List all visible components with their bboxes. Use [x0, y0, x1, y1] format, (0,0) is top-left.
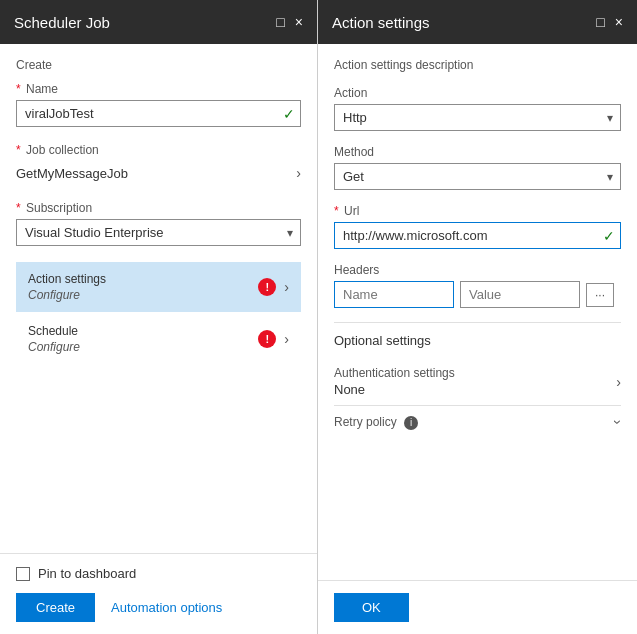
subscription-form-group: * Subscription Visual Studio Enterprise [16, 201, 301, 246]
retry-title: Retry policy i [334, 415, 418, 430]
url-label-text: Url [344, 204, 359, 218]
right-header-icons: □ × [596, 14, 623, 30]
url-check-icon: ✓ [603, 228, 615, 244]
job-required-star: * [16, 143, 21, 157]
left-panel: Scheduler Job □ × Create * Name ✓ * [0, 0, 318, 634]
left-panel-body: Create * Name ✓ * Job collection GetMyMe… [0, 44, 317, 553]
right-panel-footer: OK [318, 580, 637, 634]
optional-title: Optional settings [334, 322, 621, 348]
job-collection-row[interactable]: GetMyMessageJob › [16, 161, 301, 185]
subscription-label: * Subscription [16, 201, 301, 215]
schedule-chevron: › [284, 331, 289, 347]
action-settings-desc: Action settings description [334, 58, 621, 72]
method-form-group: Method Get Post Put Delete [334, 145, 621, 190]
right-panel-title: Action settings [332, 14, 430, 31]
right-panel: Action settings □ × Action settings desc… [318, 0, 637, 634]
left-close-icon[interactable]: × [295, 14, 303, 30]
auth-content: Authentication settings None [334, 366, 455, 397]
subscription-select-wrapper: Visual Studio Enterprise [16, 219, 301, 246]
left-header-icons: □ × [276, 14, 303, 30]
retry-policy-row[interactable]: Retry policy i › [334, 406, 621, 438]
name-form-group: * Name ✓ [16, 82, 301, 127]
right-minimize-icon[interactable]: □ [596, 14, 604, 30]
ok-button[interactable]: OK [334, 593, 409, 622]
auth-settings-row[interactable]: Authentication settings None › [334, 358, 621, 406]
retry-content: Retry policy i [334, 415, 418, 430]
headers-row: ··· [334, 281, 621, 308]
job-collection-chevron: › [296, 165, 301, 181]
action-settings-right: ! › [258, 278, 289, 296]
name-input-wrapper: ✓ [16, 100, 301, 127]
pin-label: Pin to dashboard [38, 566, 136, 581]
action-settings-chevron: › [284, 279, 289, 295]
action-settings-content: Action settings Configure [28, 272, 106, 302]
headers-form-group: Headers ··· [334, 263, 621, 308]
url-input[interactable] [334, 222, 621, 249]
left-panel-title: Scheduler Job [14, 14, 110, 31]
schedule-content: Schedule Configure [28, 324, 80, 354]
automation-options-button[interactable]: Automation options [111, 600, 222, 615]
name-required-star: * [16, 82, 21, 96]
method-select[interactable]: Get Post Put Delete [334, 163, 621, 190]
action-settings-title: Action settings [28, 272, 106, 286]
pin-row: Pin to dashboard [16, 566, 301, 581]
pin-checkbox[interactable] [16, 567, 30, 581]
method-label: Method [334, 145, 621, 159]
create-button[interactable]: Create [16, 593, 95, 622]
headers-dots-button[interactable]: ··· [586, 283, 614, 307]
create-section-label: Create [16, 58, 301, 72]
retry-info-icon: i [404, 416, 418, 430]
url-input-wrapper: ✓ [334, 222, 621, 249]
action-select-wrapper: Http [334, 104, 621, 131]
auth-chevron: › [616, 374, 621, 390]
action-form-group: Action Http [334, 86, 621, 131]
left-panel-footer: Pin to dashboard Create Automation optio… [0, 553, 317, 634]
job-collection-value: GetMyMessageJob [16, 166, 128, 181]
url-label: * Url [334, 204, 621, 218]
schedule-error-icon: ! [258, 330, 276, 348]
retry-chevron: › [611, 420, 627, 425]
header-value-input[interactable] [460, 281, 580, 308]
schedule-right: ! › [258, 330, 289, 348]
schedule-subtitle: Configure [28, 340, 80, 354]
action-settings-item[interactable]: Action settings Configure ! › [16, 262, 301, 312]
method-select-wrapper: Get Post Put Delete [334, 163, 621, 190]
name-label-text: Name [26, 82, 58, 96]
job-collection-form-group: * Job collection GetMyMessageJob › [16, 143, 301, 185]
schedule-title: Schedule [28, 324, 80, 338]
action-select[interactable]: Http [334, 104, 621, 131]
left-panel-header: Scheduler Job □ × [0, 0, 317, 44]
optional-section: Optional settings Authentication setting… [334, 322, 621, 438]
right-close-icon[interactable]: × [615, 14, 623, 30]
action-settings-subtitle: Configure [28, 288, 106, 302]
subscription-label-text: Subscription [26, 201, 92, 215]
subscription-required-star: * [16, 201, 21, 215]
auth-title: Authentication settings [334, 366, 455, 380]
url-required-star: * [334, 204, 339, 218]
job-collection-label-text: Job collection [26, 143, 99, 157]
name-check-icon: ✓ [283, 106, 295, 122]
auth-value: None [334, 382, 455, 397]
name-input[interactable] [16, 100, 301, 127]
footer-actions: Create Automation options [16, 593, 301, 622]
action-error-icon: ! [258, 278, 276, 296]
action-label: Action [334, 86, 621, 100]
url-form-group: * Url ✓ [334, 204, 621, 249]
right-panel-header: Action settings □ × [318, 0, 637, 44]
subscription-select[interactable]: Visual Studio Enterprise [16, 219, 301, 246]
header-name-input[interactable] [334, 281, 454, 308]
schedule-item[interactable]: Schedule Configure ! › [16, 314, 301, 364]
name-label: * Name [16, 82, 301, 96]
right-panel-body: Action settings description Action Http … [318, 44, 637, 580]
headers-label: Headers [334, 263, 621, 277]
job-collection-label: * Job collection [16, 143, 301, 157]
left-minimize-icon[interactable]: □ [276, 14, 284, 30]
